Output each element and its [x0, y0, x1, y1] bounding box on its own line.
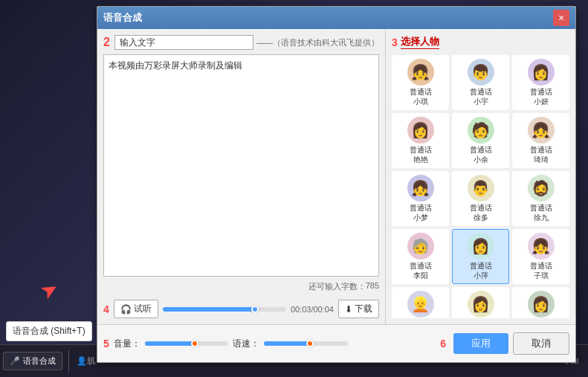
avatar: 🧓: [407, 233, 434, 260]
character-name: 普通话子琪: [530, 261, 552, 280]
character-item[interactable]: 👱 普通话小芳: [392, 287, 449, 318]
taskbar-divider: [68, 350, 69, 373]
avatar: 👨: [468, 175, 494, 202]
listen-button[interactable]: 🎧 试听: [114, 300, 158, 318]
character-item[interactable]: 👩 粤语梅梅: [512, 287, 569, 318]
char-count-label: 还可输入字数：: [308, 281, 366, 292]
avatar: 👩: [528, 291, 555, 318]
input-hint: ——（语音技术由科大讯飞提供）: [256, 37, 379, 48]
audio-controls: 4 🎧 试听 00:03/00:04 ⬇ 下载: [103, 300, 379, 318]
character-section-header: 3 选择人物: [392, 35, 569, 49]
cancel-button[interactable]: 取消: [513, 332, 569, 355]
speed-thumb: [306, 340, 314, 347]
input-label-row: 2 ——（语音技术由科大讯飞提供）: [103, 35, 379, 50]
character-item[interactable]: 👨 普通话徐多: [452, 171, 509, 226]
step2-badge: 2: [103, 36, 110, 49]
character-item[interactable]: 👦 普通话小宇: [452, 55, 509, 110]
character-name: 普通话艳艳: [410, 145, 432, 164]
avatar: 👩: [528, 59, 555, 86]
avatar: 👧: [407, 59, 434, 86]
character-name: 普通话小梦: [410, 203, 432, 222]
dialog-body: 2 ——（语音技术由科大讯飞提供） 本视频由万彩录屏大师录制及编辑 还可输入字数…: [97, 29, 575, 324]
avatar: 👦: [468, 59, 494, 86]
character-item[interactable]: 👩 普通话小妍: [512, 55, 569, 110]
volume-label: 音量：: [114, 338, 140, 350]
avatar: 🧑: [468, 117, 494, 144]
avatar: 🧔: [528, 175, 555, 202]
left-bottom-section: 还可输入字数： 785 4 🎧 试听 00:03/00:04: [103, 281, 379, 318]
speed-slider[interactable]: [264, 341, 347, 346]
tts-dialog: 语音合成 × 2 ——（语音技术由科大讯飞提供） 本视频由万彩录屏大师录制及编辑…: [97, 6, 576, 363]
character-name: 普通话小琪: [410, 87, 432, 106]
character-name: 普通话徐九: [530, 203, 552, 222]
avatar: 👧: [528, 233, 555, 260]
character-item[interactable]: 👩 普通话梦浮: [452, 287, 509, 318]
left-panel: 2 ——（语音技术由科大讯飞提供） 本视频由万彩录屏大师录制及编辑 还可输入字数…: [97, 29, 386, 324]
speed-label: 语速：: [233, 338, 259, 350]
character-name: 普通话李阳: [410, 261, 432, 280]
right-panel: 3 选择人物 👧 普通话小琪 👦 普通话小宇 👩 普通话小妍: [386, 29, 575, 324]
volume-slider[interactable]: [145, 341, 228, 346]
character-section-title: 选择人物: [401, 35, 439, 49]
taskbar-second-item[interactable]: 👤 肌: [72, 352, 100, 370]
dialog-title: 语音合成: [103, 11, 142, 25]
volume-thumb: [191, 340, 198, 347]
download-button[interactable]: ⬇ 下载: [338, 300, 379, 318]
character-name: 普通话小妍: [530, 87, 552, 106]
character-item[interactable]: 👧 普通话琦琦: [512, 113, 569, 168]
second-label: 肌: [87, 355, 95, 367]
progress-fill: [163, 307, 256, 312]
character-item[interactable]: 🧓 普通话李阳: [392, 229, 449, 284]
avatar: 👩: [407, 117, 434, 144]
character-name: 普通话小宇: [470, 87, 492, 106]
character-name: 普通话琦琦: [530, 145, 552, 164]
avatar: 👧: [407, 175, 434, 202]
avatar: 👩: [468, 233, 494, 260]
avatar: 👧: [528, 117, 555, 144]
volume-fill: [145, 341, 195, 346]
dialog-close-button[interactable]: ×: [553, 10, 569, 26]
character-item[interactable]: 👧 普通话子琪: [512, 229, 569, 284]
step3-badge: 3: [392, 36, 398, 48]
character-item[interactable]: 👩 普通话艳艳: [392, 113, 449, 168]
character-grid: 👧 普通话小琪 👦 普通话小宇 👩 普通话小妍 👩 普通话艳艳 🧑: [392, 55, 569, 318]
character-item[interactable]: 🧔 普通话徐九: [512, 171, 569, 226]
character-item[interactable]: 🧑 普通话小余: [452, 113, 509, 168]
tts-icon: 🎤: [10, 356, 20, 366]
text-input-field[interactable]: [114, 35, 253, 50]
step6-badge: 6: [440, 338, 446, 349]
audio-progress-bar[interactable]: [163, 307, 286, 312]
headphone-icon: 🎧: [120, 304, 132, 315]
step4-badge: 4: [103, 303, 109, 315]
download-icon: ⬇: [345, 304, 352, 315]
listen-label: 试听: [134, 303, 152, 315]
dialog-titlebar: 语音合成 ×: [97, 7, 575, 29]
speed-fill: [264, 341, 310, 346]
char-count-row: 还可输入字数： 785: [103, 281, 379, 292]
taskbar-tts-label: 语音合成: [23, 355, 56, 367]
second-icon: 👤: [77, 356, 87, 366]
text-content-area[interactable]: 本视频由万彩录屏大师录制及编辑: [103, 54, 379, 277]
character-name: 普通话徐多: [470, 203, 492, 222]
character-name: 普通话小余: [470, 145, 492, 164]
volume-speed-controls: 5 音量： 语速： 6 应用 取消: [103, 329, 569, 358]
char-count-value: 785: [366, 281, 379, 292]
dialog-footer: 5 音量： 语速： 6 应用 取消: [97, 324, 575, 362]
taskbar-tts-item[interactable]: 🎤 语音合成: [3, 352, 62, 370]
character-item[interactable]: 👧 普通话小梦: [392, 171, 449, 226]
character-item[interactable]: 👧 普通话小琪: [392, 55, 449, 110]
avatar: 👩: [468, 291, 494, 318]
character-name: 普通话小萍: [470, 261, 492, 280]
progress-thumb: [251, 306, 259, 313]
tooltip-popup: 语音合成 (Shift+T): [6, 321, 92, 341]
tooltip-text: 语音合成 (Shift+T): [13, 326, 85, 336]
avatar: 👱: [407, 291, 434, 318]
apply-button[interactable]: 应用: [453, 333, 508, 354]
time-display: 00:03/00:04: [291, 305, 334, 314]
step5-badge: 5: [103, 338, 109, 349]
download-label: 下载: [355, 303, 372, 315]
character-item-selected[interactable]: 👩 普通话小萍: [452, 229, 509, 284]
